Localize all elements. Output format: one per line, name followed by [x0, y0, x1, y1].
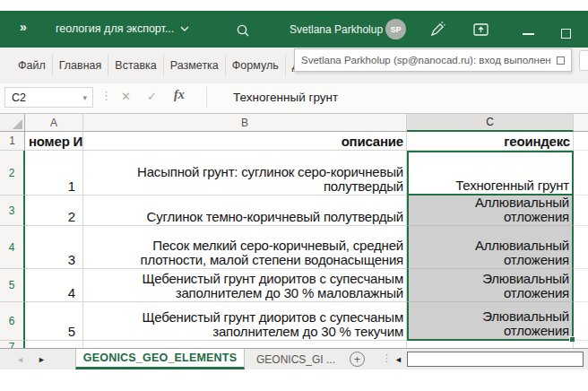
- window-top-strip: [0, 0, 588, 11]
- ribbon-tab-formulas[interactable]: Формуль: [225, 55, 285, 76]
- cell-a7[interactable]: [25, 341, 83, 348]
- select-all-corner[interactable]: [0, 114, 25, 132]
- cell-c3[interactable]: Аллювиальный отложения: [407, 196, 574, 226]
- sheet-tab-geonics-geo-elements[interactable]: GEONICS_GEO_ELEMENTS: [75, 349, 245, 369]
- cell-sliver-3[interactable]: [574, 196, 588, 226]
- cell-sliver-1[interactable]: [574, 132, 588, 151]
- ribbon-tab-file[interactable]: Файл: [12, 55, 52, 76]
- cell-c2-active[interactable]: Техногенный грунт: [407, 151, 574, 196]
- cell-c5[interactable]: Элювиальный отложения: [407, 269, 574, 302]
- column-header-c[interactable]: C: [407, 114, 574, 132]
- cell-b4[interactable]: Песок мелкий серо-коричневый, средней пл…: [83, 226, 407, 269]
- cell-b1[interactable]: описание: [83, 132, 407, 151]
- column-header-b[interactable]: B: [83, 114, 407, 132]
- cell-a2[interactable]: 1: [25, 151, 83, 196]
- chevron-down-icon: [180, 26, 189, 31]
- new-sheet-button[interactable]: +: [350, 352, 365, 367]
- cell-a5[interactable]: 4: [25, 269, 83, 302]
- spreadsheet-grid: A B C 1 номер ИГЭ описание геоиндекс 2 1…: [0, 114, 588, 348]
- cell-b5[interactable]: Щебенистый грунт диоритов с супесчаным з…: [83, 269, 407, 302]
- cell-a6[interactable]: 5: [25, 302, 83, 341]
- row-header-2[interactable]: 2: [0, 151, 25, 196]
- name-box-caret-icon[interactable]: ▾: [82, 93, 92, 102]
- ribbon-display-options-icon[interactable]: [473, 23, 489, 36]
- cell-a3[interactable]: 2: [25, 196, 83, 226]
- account-name[interactable]: Svetlana Parkholup: [290, 23, 383, 36]
- workbook-title[interactable]: геология для экспорт...: [56, 22, 189, 35]
- account-signin-tooltip: Svetlana Parkholup (sp@nanocad.ru): вход…: [294, 48, 572, 72]
- cell-c6[interactable]: Элювиальный отложения: [407, 302, 574, 341]
- cell-sliver-5[interactable]: [574, 269, 588, 302]
- name-box[interactable]: C2 ▾: [4, 87, 93, 108]
- search-icon[interactable]: [236, 23, 250, 38]
- insert-function-icon[interactable]: fx: [174, 88, 185, 102]
- row-header-5[interactable]: 5: [0, 269, 25, 302]
- avatar[interactable]: SP: [385, 19, 406, 39]
- cancel-icon[interactable]: ✕: [121, 90, 131, 103]
- sheetbar-grip-icon[interactable]: ⋮: [382, 352, 392, 364]
- row-header-4[interactable]: 4: [0, 226, 25, 269]
- cell-b3[interactable]: Суглинок темно-коричневый полутвердый: [83, 196, 407, 226]
- titlebar: » геология для экспорт... Svetlana Parkh…: [0, 11, 588, 48]
- cell-b7[interactable]: [83, 341, 407, 348]
- ribbon-tab-row: Файл Главная Вставка Разметка Формуль Д …: [0, 48, 588, 83]
- cell-a1[interactable]: номер ИГЭ: [25, 132, 83, 151]
- cell-c4[interactable]: Аллювиальный отложения: [407, 226, 574, 269]
- enter-icon[interactable]: ✓: [147, 90, 157, 103]
- name-box-value: C2: [5, 91, 82, 104]
- formula-bar-separator: [206, 87, 207, 109]
- cell-c7[interactable]: [407, 341, 574, 348]
- formula-input[interactable]: Техногенный грунт: [233, 91, 338, 104]
- cell-sliver-2[interactable]: [574, 151, 588, 196]
- column-header-sliver: [574, 114, 588, 132]
- cell-a4[interactable]: 3: [25, 226, 83, 269]
- cell-b6[interactable]: Щебенистый грунт диоритов с супесчаным з…: [83, 302, 407, 341]
- ribbon-tab-home[interactable]: Главная: [52, 55, 108, 76]
- quick-access-overflow-icon[interactable]: »: [20, 20, 28, 34]
- cell-sliver-6[interactable]: [574, 302, 588, 341]
- cell-b2[interactable]: Насыпной грунт: суглинок серо-коричневый…: [83, 151, 407, 196]
- fill-handle[interactable]: [569, 336, 575, 343]
- column-header-a[interactable]: A: [25, 114, 83, 132]
- tooltip-text: Svetlana Parkholup (sp@nanocad.ru): вход…: [301, 55, 551, 65]
- row-header-3[interactable]: 3: [0, 196, 25, 226]
- window-bottom-strip: [0, 369, 588, 391]
- ribbon-tab-page-layout[interactable]: Разметка: [163, 55, 225, 76]
- formula-bar: C2 ▾ ⋮ ✕ ✓ fx Техногенный грунт: [0, 83, 588, 114]
- sheet-tab-bar: ◄ ► GEONICS_GEO_ELEMENTS GEONICS_GI ... …: [0, 348, 588, 369]
- cell-c1[interactable]: геоиндекс: [407, 132, 574, 151]
- feedback-pen-icon[interactable]: [429, 22, 445, 38]
- workbook-title-text: геология для экспорт...: [56, 22, 174, 35]
- maximize-button[interactable]: [561, 29, 571, 39]
- sheet-nav-left-icon[interactable]: ◄: [16, 355, 24, 364]
- sheet-tab-geonics-gi[interactable]: GEONICS_GI ...: [246, 349, 346, 369]
- ribbon-edge-button[interactable]: [579, 50, 588, 71]
- row-header-1[interactable]: 1: [0, 132, 25, 151]
- popout-icon: [557, 56, 565, 65]
- cell-sliver-7[interactable]: [574, 341, 588, 348]
- formula-bar-grip-icon[interactable]: ⋮: [100, 89, 112, 102]
- sheet-nav-right-icon[interactable]: ►: [38, 355, 46, 364]
- minimize-button[interactable]: [523, 33, 534, 35]
- hscroll-left-icon[interactable]: ◄: [394, 355, 402, 364]
- row-header-7[interactable]: 7: [0, 341, 25, 348]
- cell-sliver-4[interactable]: [574, 226, 588, 269]
- ribbon-tab-insert[interactable]: Вставка: [108, 55, 162, 76]
- row-header-6[interactable]: 6: [0, 302, 25, 341]
- horizontal-scrollbar[interactable]: [407, 352, 584, 367]
